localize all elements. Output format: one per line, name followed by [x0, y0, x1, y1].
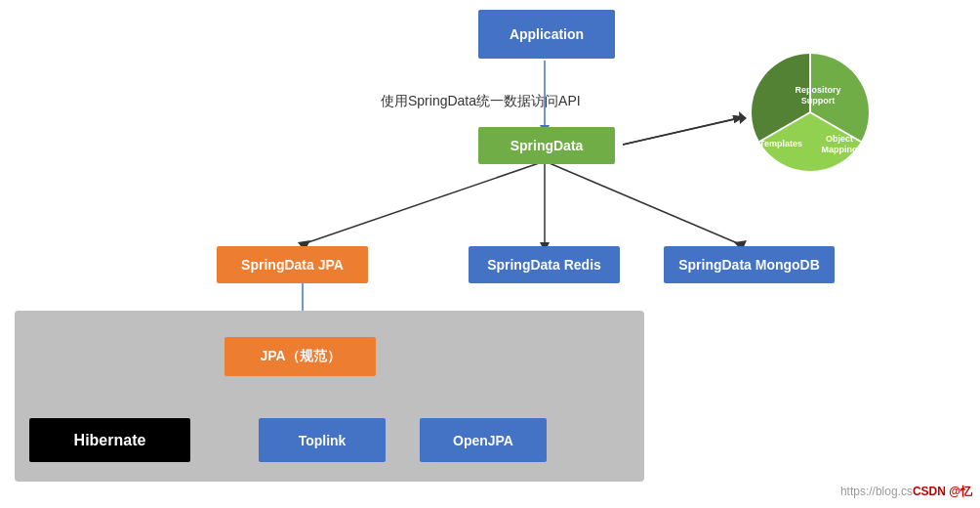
hibernate-box: Hibernate — [29, 418, 190, 462]
watermark: https://blog.csCSDN @忆 — [840, 484, 972, 500]
svg-text:Object: Object — [826, 134, 853, 144]
svg-text:Templates: Templates — [759, 139, 802, 148]
springdata-jpa-box: SpringData JPA — [217, 246, 368, 283]
svg-text:Repository: Repository — [795, 85, 840, 95]
openjpa-box: OpenJPA — [420, 418, 547, 462]
application-box: Application — [478, 10, 615, 59]
jpa-spec-box: JPA（规范） — [225, 337, 376, 376]
springdata-box: SpringData — [478, 127, 615, 164]
pie-chart: Repository Support Object Mapping Templa… — [742, 44, 878, 181]
toplink-box: Toplink — [259, 418, 386, 462]
springdata-mongodb-box: SpringData MongoDB — [664, 246, 835, 283]
diagram-container: 使用SpringData统一数据访问API Application Spring… — [0, 0, 980, 508]
springdata-redis-box: SpringData Redis — [469, 246, 620, 283]
svg-text:Support: Support — [801, 96, 836, 106]
svg-line-8 — [623, 117, 742, 145]
svg-line-2 — [303, 161, 545, 244]
svg-line-10 — [623, 117, 744, 145]
svg-text:Mapping: Mapping — [822, 145, 858, 154]
svg-line-6 — [545, 161, 740, 244]
spring-data-description: 使用SpringData统一数据访问API — [381, 93, 581, 110]
